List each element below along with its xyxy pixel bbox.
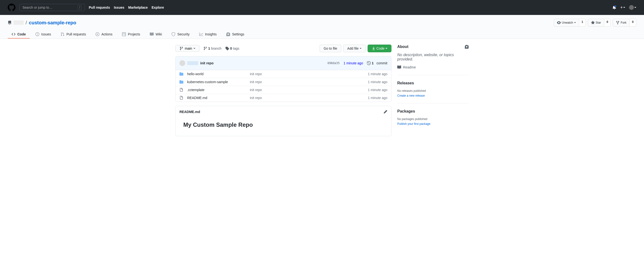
file-name-link[interactable]: kubernetes-custom-sample — [187, 80, 228, 84]
tag-icon — [225, 46, 229, 50]
edit-about-button[interactable] — [465, 45, 469, 49]
star-icon — [591, 21, 595, 24]
file-time: 1 minute ago — [368, 72, 387, 76]
commits-count-link[interactable]: 1 commit — [367, 61, 387, 65]
create-new-dropdown[interactable]: + — [620, 5, 625, 10]
search-input[interactable] — [22, 5, 78, 9]
repo-name[interactable]: custom-sample-repo — [29, 20, 76, 25]
add-file-button[interactable]: Add file — [343, 44, 366, 52]
watchers-count[interactable]: 1 — [579, 19, 586, 26]
file-commit-link[interactable]: init repo — [250, 80, 262, 84]
file-time: 1 minute ago — [368, 88, 387, 92]
branch-select-button[interactable]: main — [175, 45, 200, 52]
tags-link[interactable]: 0 tags — [225, 46, 239, 50]
publish-package-link[interactable]: Publish your first package — [397, 122, 430, 126]
edit-readme-button[interactable] — [384, 110, 387, 114]
code-icon — [12, 32, 16, 36]
readme-link[interactable]: Readme — [397, 65, 469, 69]
tab-code[interactable]: Code — [8, 30, 30, 38]
releases-title: Releases — [397, 81, 414, 85]
gear-icon — [465, 45, 469, 49]
shield-icon — [172, 32, 175, 36]
packages-section: Packages No packages published Publish y… — [397, 109, 469, 131]
stargazers-count[interactable]: 0 — [604, 19, 611, 26]
branch-icon — [180, 46, 183, 50]
tab-projects[interactable]: Projects — [118, 30, 144, 38]
eye-icon — [557, 21, 561, 24]
tab-actions[interactable]: Actions — [92, 30, 116, 38]
book-icon — [150, 32, 154, 36]
unwatch-button[interactable]: Unwatch — [554, 19, 579, 26]
tab-security[interactable]: Security — [168, 30, 194, 38]
download-icon — [372, 46, 376, 50]
code-download-button[interactable]: Code — [368, 44, 392, 52]
fork-button[interactable]: Fork — [613, 19, 630, 26]
file-time: 1 minute ago — [368, 80, 387, 84]
commit-author-name[interactable] — [187, 61, 198, 65]
repo-title: / custom-sample-repo — [8, 20, 76, 25]
readme-heading: My Custom Sample Repo — [183, 121, 384, 128]
file-commit-link[interactable]: init repo — [250, 88, 262, 92]
file-row: hello-worldinit repo1 minute ago — [176, 70, 391, 78]
commit-author-avatar[interactable] — [180, 60, 185, 66]
user-menu[interactable] — [629, 5, 636, 10]
file-name-link[interactable]: hello-world — [187, 72, 204, 76]
star-button-group: Star 0 — [588, 19, 611, 26]
packages-title: Packages — [397, 109, 415, 113]
repo-owner[interactable] — [14, 20, 24, 25]
file-navigation: main 1 branch 0 tags Go to file Add file — [175, 44, 392, 52]
file-list-box: init repo 698da35 1 minute ago 1 commit … — [175, 56, 392, 102]
search-box[interactable]: / — [19, 4, 85, 11]
file-commit-link[interactable]: init repo — [250, 72, 262, 76]
about-description: No description, website, or topics provi… — [397, 53, 469, 61]
file-name-link[interactable]: README.md — [187, 96, 207, 100]
nav-marketplace[interactable]: Marketplace — [128, 5, 148, 9]
star-button[interactable]: Star — [588, 19, 604, 26]
tab-wiki[interactable]: Wiki — [146, 30, 166, 38]
file-row: kubernetes-custom-sampleinit repo1 minut… — [176, 78, 391, 86]
history-icon — [367, 61, 371, 65]
global-nav: Pull requests Issues Marketplace Explore — [89, 5, 164, 9]
latest-commit-bar: init repo 698da35 1 minute ago 1 commit — [176, 56, 391, 70]
pencil-icon — [384, 110, 387, 114]
readme-box: README.md My Custom Sample Repo — [175, 106, 392, 136]
global-header: / Pull requests Issues Marketplace Explo… — [0, 0, 644, 15]
file-icon — [180, 96, 183, 100]
commit-sha[interactable]: 698da35 — [328, 61, 340, 65]
forks-count[interactable]: 0 — [630, 19, 636, 26]
file-time: 1 minute ago — [368, 96, 387, 100]
gear-icon — [226, 32, 230, 36]
commit-time[interactable]: 1 minute ago — [344, 61, 363, 65]
file-row: README.mdinit repo1 minute ago — [176, 94, 391, 102]
file-name-link[interactable]: .cctemplate — [187, 88, 204, 92]
about-section: About No description, website, or topics… — [397, 44, 469, 75]
tab-insights[interactable]: Insights — [195, 30, 220, 38]
play-icon — [96, 32, 99, 36]
pr-icon — [60, 32, 64, 36]
nav-pull-requests[interactable]: Pull requests — [89, 5, 110, 9]
search-slash-hint: / — [78, 5, 82, 10]
create-release-link[interactable]: Create a new release — [397, 94, 425, 97]
repo-icon — [8, 21, 12, 24]
file-commit-link[interactable]: init repo — [250, 96, 262, 100]
branch-icon — [203, 46, 207, 50]
tab-issues[interactable]: Issues — [32, 30, 55, 38]
branches-link[interactable]: 1 branch — [203, 46, 222, 50]
repo-header: / custom-sample-repo Unwatch 1 Star 0 — [0, 15, 644, 39]
tab-pull-requests[interactable]: Pull requests — [57, 30, 90, 38]
go-to-file-button[interactable]: Go to file — [320, 44, 341, 52]
readme-filename: README.md — [180, 110, 200, 114]
tab-settings[interactable]: Settings — [222, 30, 248, 38]
fork-icon — [616, 21, 620, 24]
watch-button-group: Unwatch 1 — [554, 19, 586, 26]
releases-empty: No releases published — [397, 89, 469, 92]
nav-issues[interactable]: Issues — [114, 5, 124, 9]
file-row: .cctemplateinit repo1 minute ago — [176, 86, 391, 94]
commit-message[interactable]: init repo — [200, 61, 214, 65]
releases-section: Releases No releases published Create a … — [397, 81, 469, 103]
github-logo[interactable] — [8, 3, 16, 11]
folder-icon — [180, 72, 183, 76]
nav-explore[interactable]: Explore — [152, 5, 164, 9]
notifications-button[interactable] — [612, 5, 616, 9]
fork-button-group: Fork 0 — [613, 19, 636, 26]
